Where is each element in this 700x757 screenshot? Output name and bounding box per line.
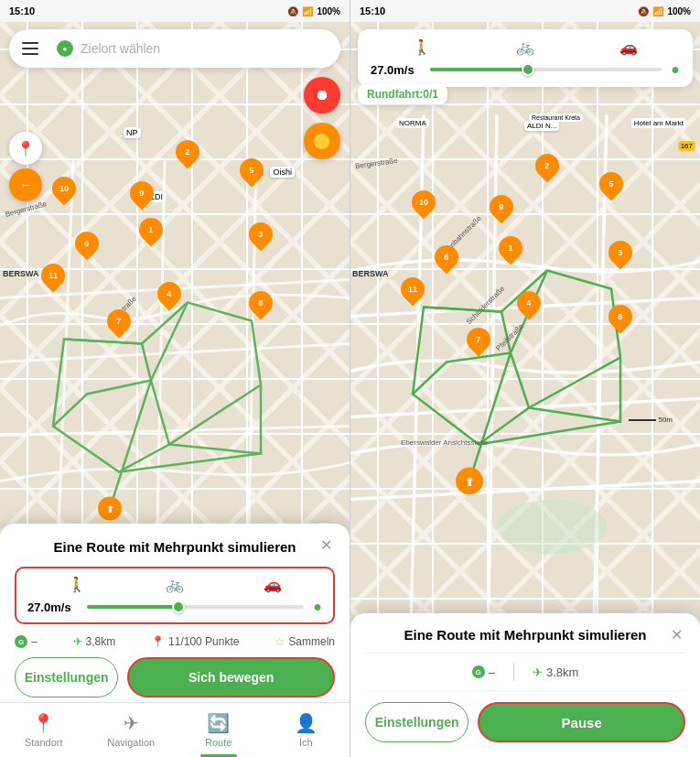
slider-thumb[interactable] [172,600,185,613]
route-167: 167 [678,141,695,151]
mute-icon: 🔕 [287,6,298,16]
nav-icon-right-small: ✈ [533,665,543,679]
slider-fill [87,605,185,609]
rinfo-col-dash: G – [472,665,495,679]
search-bar[interactable]: ● Zielort wählen [9,29,340,68]
back-icon: ← [19,178,32,192]
bike-icon[interactable]: 🚲 [166,576,184,593]
ich-label: Ich [299,737,313,748]
info-points: 11/100 Punkte [168,635,239,648]
info-col-dash: G – [15,635,38,648]
restaurant-label: Restaurant Kreta [529,114,583,122]
route-icon: 🔄 [207,712,230,734]
info-dash: – [31,635,38,648]
settings-button-left[interactable]: Einstellungen [15,657,118,698]
standort-icon: 📍 [32,712,55,734]
car-icon-right[interactable]: 🚗 [619,38,638,56]
navigation-label: Navigation [107,737,155,748]
nav-item-route[interactable]: 🔄 Route [175,703,263,757]
car-icon[interactable]: 🚗 [264,576,282,593]
pause-button[interactable]: Pause [478,702,685,742]
coin-icon: 🟡 [313,133,331,150]
ich-icon: 👤 [295,712,318,734]
right-panel: 15:10 🔕 📶 100% [350,0,700,757]
wifi-icon: 📶 [302,6,313,16]
info-collect: Sammeln [288,635,335,648]
settings-button-right[interactable]: Einstellungen [365,702,468,742]
status-icons-left: 🔕 📶 100% [287,6,340,16]
svg-text:⬆: ⬆ [465,476,474,489]
svg-line-0 [0,344,350,362]
map-left[interactable]: ⬆ 1 2 3 4 5 6 7 8 9 10 11 NP Oishi ALDI … [0,22,350,757]
berswa-label: BERSWA [3,269,39,278]
search-placeholder[interactable]: Zielort wählen [81,41,328,56]
norma-label: NORMA [396,118,429,128]
slider-row: 27.0m/s ● [27,599,322,615]
time-right: 15:10 [360,5,385,16]
distance-marker: 50m [629,416,673,424]
bike-icon-right[interactable]: 🚲 [516,38,534,56]
bottom-sheet-right: ✕ Eine Route mit Mehrpunkt simulieren G … [350,613,700,758]
speed-value-right: 27.0m/s [371,63,421,77]
np-label: NP [124,127,141,138]
status-bar-right: 15:10 🔕 📶 100% [350,0,700,22]
location-dot-icon: ● [57,40,73,57]
nav-item-navigation[interactable]: ✈ Navigation [88,703,176,757]
svg-line-10 [350,481,700,500]
slider-end-icon: ● [313,599,322,615]
rundfahrt-label: Rundfahrt: [367,88,423,101]
map-right[interactable]: ⬆ 1 2 3 4 5 6 7 8 9 10 11 Bergerstraße E… [350,22,700,757]
info-distance: 3,8km [86,635,116,648]
back-button[interactable]: ← [9,168,42,201]
coin-button[interactable]: 🟡 [304,123,340,159]
hamburger-button[interactable] [22,35,49,62]
route-label: Route [205,737,232,748]
svg-point-16 [497,500,607,555]
svg-line-1 [0,427,350,436]
mute-icon-right: 🔕 [638,6,649,16]
rundfahrt-value: 0/1 [423,88,438,101]
close-button-left[interactable]: ✕ [315,535,337,557]
record-icon: ⏺ [315,87,329,103]
bottom-nav-left: 📍 Standort ✈ Navigation 🔄 Route 👤 Ich [0,702,350,757]
battery-right: 100% [667,6,691,16]
berswa-label-right: BERSWA [352,269,389,278]
slider-row-right: 27.0m/s ● [371,61,680,78]
info-divider [513,663,514,681]
slider-thumb-right[interactable] [522,63,534,76]
aldi-label-right: ALDI N... [524,121,559,131]
nav-item-standort[interactable]: 📍 Standort [0,703,88,757]
navigation-icon: ✈ [124,712,139,734]
battery-left: 100% [317,6,340,16]
standort-label: Standort [25,737,63,748]
location-button[interactable]: 📍 [9,132,42,165]
status-icons-right: 🔕 📶 100% [638,6,691,16]
btn-row-right: Einstellungen Pause [365,702,685,742]
wifi-icon-right: 📶 [652,6,663,16]
info-row-right: G – ✈ 3,8km [365,653,685,691]
location-icon: 📍 [16,140,35,157]
svg-text:⬆: ⬆ [106,504,113,514]
speed-slider-right[interactable] [430,68,662,71]
right-map-header: 🚶 🚲 🚗 27.0m/s ● [358,29,693,87]
close-button-right[interactable]: ✕ [665,624,687,646]
svg-line-13 [593,115,607,665]
svg-line-9 [350,399,700,417]
info-col-points: 📍 11/100 Punkte [151,635,239,648]
btn-row-left: Einstellungen Sich bewegen [15,657,335,698]
record-button[interactable]: ⏺ [304,77,340,114]
rundfahrt-badge: Rundfahrt:0/1 [358,84,447,104]
speed-slider[interactable] [87,605,304,609]
hotel-label: Hotel am Markt [631,118,686,128]
speed-value: 27.0m/s [27,600,78,614]
points-icon: 📍 [151,635,165,648]
sheet-title-left: Eine Route mit Mehrpunkt simulieren [15,538,335,557]
walk-icon[interactable]: 🚶 [68,576,86,593]
nav-item-ich[interactable]: 👤 Ich [263,703,350,757]
move-button[interactable]: Sich bewegen [127,657,335,698]
slider-end-icon-right: ● [671,61,680,78]
ebers-label: Eberswalder Ansichtsstelle [401,438,488,447]
walk-icon-right[interactable]: 🚶 [413,38,431,56]
status-bar-left: 15:10 🔕 📶 100% [0,0,350,22]
sheet-title-right: Eine Route mit Mehrpunkt simulieren [365,626,685,644]
